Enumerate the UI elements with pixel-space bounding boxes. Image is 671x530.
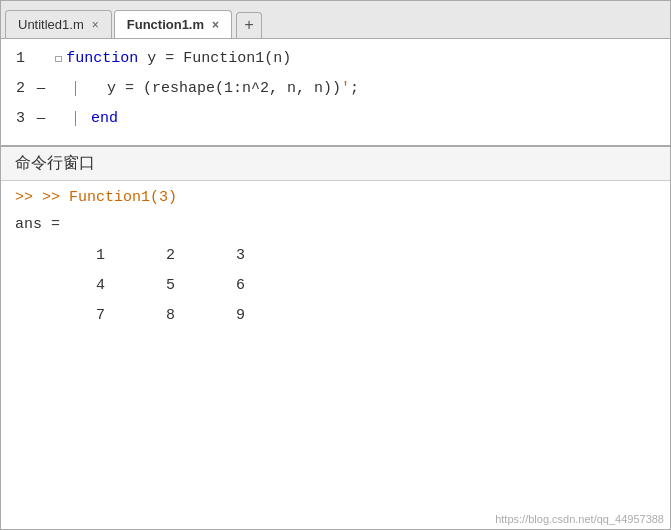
- matrix-cell-2-2: 5: [145, 271, 175, 301]
- code-content-1[interactable]: ☐function y = Function1(n): [51, 47, 670, 71]
- code-text-1: y = Function1(n): [138, 50, 291, 67]
- matrix-row-3: 7 8 9: [75, 301, 656, 331]
- tab-untitled1-label: Untitled1.m: [18, 17, 84, 32]
- line-number-1: 1: [1, 47, 31, 71]
- matrix-cell-1-3: 3: [215, 241, 245, 271]
- code-line-2: 2 — y = (reshape(1:n^2, n, n))';: [1, 77, 670, 107]
- tab-function1[interactable]: Function1.m ×: [114, 10, 232, 38]
- add-tab-button[interactable]: +: [236, 12, 262, 38]
- tab-untitled1[interactable]: Untitled1.m ×: [5, 10, 112, 38]
- prompt-line: >> >> Function1(3): [15, 189, 656, 206]
- line-number-2: 2: [1, 77, 31, 101]
- command-window-title: 命令行窗口: [1, 147, 670, 181]
- tab-untitled1-close[interactable]: ×: [92, 18, 99, 32]
- matrix-cell-3-3: 9: [215, 301, 245, 331]
- matrix-row-2: 4 5 6: [75, 271, 656, 301]
- tab-function1-label: Function1.m: [127, 17, 204, 32]
- command-window: 命令行窗口 >> >> Function1(3) ans = 1 2 3 4 5…: [1, 147, 670, 529]
- matrix-cell-3-2: 8: [145, 301, 175, 331]
- kw-function-1: function: [66, 50, 138, 67]
- block-line-3: [75, 111, 76, 126]
- ans-line: ans =: [15, 216, 656, 233]
- command-content[interactable]: >> >> Function1(3) ans = 1 2 3 4 5 6 7 8…: [1, 181, 670, 529]
- matrix-row-1: 1 2 3: [75, 241, 656, 271]
- prompt-arrow: >>: [15, 189, 42, 206]
- code-content-2[interactable]: y = (reshape(1:n^2, n, n))';: [51, 77, 670, 101]
- watermark: https://blog.csdn.net/qq_44957388: [495, 513, 664, 525]
- matrix-cell-2-1: 4: [75, 271, 105, 301]
- code-line-3: 3 — end: [1, 107, 670, 137]
- matrix-cell-3-1: 7: [75, 301, 105, 331]
- matrix-cell-1-2: 2: [145, 241, 175, 271]
- cmd-text: >> Function1(3): [42, 189, 177, 206]
- line-number-3: 3: [1, 107, 31, 131]
- code-line-1: 1 ☐function y = Function1(n): [1, 47, 670, 77]
- block-line-2: [75, 81, 76, 96]
- line-indicator-3: —: [31, 107, 51, 129]
- editor-area: 1 ☐function y = Function1(n) 2 — y = (re…: [1, 39, 670, 147]
- code-text-2a: y = (reshape(1:n^2, n, n))';: [107, 80, 359, 97]
- tab-bar: Untitled1.m × Function1.m × +: [1, 1, 670, 39]
- code-content-3[interactable]: end: [51, 107, 670, 131]
- main-container: Untitled1.m × Function1.m × + 1 ☐functio…: [0, 0, 671, 530]
- matrix-cell-2-3: 6: [215, 271, 245, 301]
- kw-end-3: end: [91, 110, 118, 127]
- collapse-icon-1[interactable]: ☐: [55, 52, 62, 66]
- matrix-cell-1-1: 1: [75, 241, 105, 271]
- matrix-output: 1 2 3 4 5 6 7 8 9: [75, 241, 656, 331]
- tab-function1-close[interactable]: ×: [212, 18, 219, 32]
- line-indicator-2: —: [31, 77, 51, 99]
